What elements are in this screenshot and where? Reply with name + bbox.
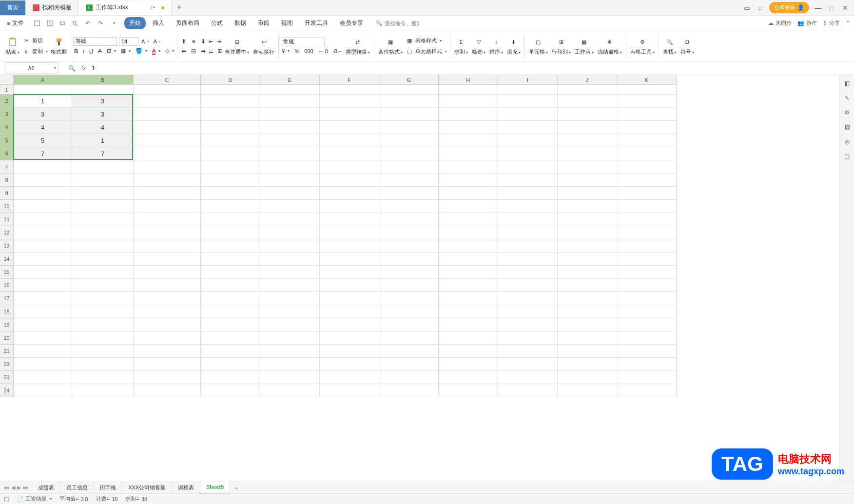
coop-button[interactable]: 👥协作: [797, 19, 817, 27]
cell-B7[interactable]: [72, 160, 134, 174]
cell-J9[interactable]: [558, 187, 617, 200]
paste-button[interactable]: 粘贴▾: [4, 36, 21, 57]
freeze-button[interactable]: ❄冻结窗格▾: [596, 36, 624, 57]
table-style-button[interactable]: ▦表格样式▾: [405, 36, 443, 46]
cell-E5[interactable]: [260, 134, 320, 147]
cell-D18[interactable]: [201, 305, 260, 318]
cell-A15[interactable]: [14, 266, 72, 279]
cell-F16[interactable]: [320, 279, 379, 292]
cell-I20[interactable]: [498, 331, 558, 345]
row-header-8[interactable]: 8: [0, 174, 13, 187]
sync-status[interactable]: ☁未同步: [768, 19, 792, 27]
cell-I14[interactable]: [498, 252, 558, 266]
cell-C19[interactable]: [134, 318, 201, 331]
cell-K19[interactable]: [617, 318, 677, 331]
redo-icon[interactable]: ↷: [96, 19, 105, 28]
copy-button[interactable]: ⎘复制▾: [21, 47, 49, 57]
cell-D23[interactable]: [201, 371, 260, 384]
col-header-K[interactable]: K: [617, 75, 677, 84]
cell-B4[interactable]: 4: [72, 121, 134, 134]
cell-C3[interactable]: [134, 108, 201, 121]
cell-F9[interactable]: [320, 187, 379, 200]
cell-E24[interactable]: [260, 384, 320, 397]
cell-H2[interactable]: [439, 95, 498, 108]
cell-A10[interactable]: [14, 200, 72, 213]
col-header-G[interactable]: G: [379, 75, 439, 84]
cell-button[interactable]: ▢单元格▾: [527, 36, 550, 57]
cell-B21[interactable]: [72, 345, 134, 358]
cell-B22[interactable]: [72, 358, 134, 371]
sheet-tab-2[interactable]: 田字格: [94, 482, 122, 493]
login-button[interactable]: 立即登录👤: [769, 2, 809, 13]
cell-H8[interactable]: [439, 174, 498, 187]
cell-B16[interactable]: [72, 279, 134, 292]
sheet-tab-3[interactable]: XXX公司销售额: [122, 482, 172, 493]
cell-grid[interactable]: 1333445177: [14, 85, 677, 397]
number-format-select[interactable]: [281, 38, 325, 46]
cell-F18[interactable]: [320, 305, 379, 318]
cell-B5[interactable]: 1: [72, 134, 134, 147]
cell-D12[interactable]: [201, 226, 260, 239]
cell-border-button[interactable]: ▦▾: [120, 47, 132, 56]
menu-data[interactable]: 数据: [230, 17, 251, 29]
cell-J6[interactable]: [558, 147, 617, 160]
cell-A18[interactable]: [14, 305, 72, 318]
cell-I16[interactable]: [498, 279, 558, 292]
clear-format-button[interactable]: ◇▾: [164, 47, 175, 56]
cell-G10[interactable]: [379, 200, 439, 213]
sum-button[interactable]: Σ求和▾: [452, 36, 470, 57]
panel-more-icon[interactable]: ▢: [843, 152, 852, 161]
formula-input[interactable]: [92, 65, 287, 72]
filter-button[interactable]: ▽筛选▾: [470, 36, 487, 57]
decrease-font-button[interactable]: A-: [153, 37, 161, 46]
cell-G4[interactable]: [379, 121, 439, 134]
row-header-14[interactable]: 14: [0, 252, 13, 266]
cell-J2[interactable]: [558, 95, 617, 108]
cell-C23[interactable]: [134, 371, 201, 384]
cell-C12[interactable]: [134, 226, 201, 239]
cell-I9[interactable]: [498, 187, 558, 200]
sheet-last-button[interactable]: ⏭: [23, 485, 28, 491]
menu-formula[interactable]: 公式: [206, 17, 228, 29]
cell-B10[interactable]: [72, 200, 134, 213]
table-tools-button[interactable]: ⚙表格工具▾: [628, 36, 657, 57]
cell-A2[interactable]: 1: [14, 95, 72, 108]
row-header-18[interactable]: 18: [0, 305, 13, 318]
cell-E8[interactable]: [260, 174, 320, 187]
cell-A8[interactable]: [14, 174, 72, 187]
status-mode[interactable]: ▢: [4, 496, 9, 502]
cell-I24[interactable]: [498, 384, 558, 397]
fx-icon[interactable]: fx: [81, 65, 86, 72]
cell-I23[interactable]: [498, 371, 558, 384]
cell-D10[interactable]: [201, 200, 260, 213]
underline-button[interactable]: U: [88, 47, 94, 56]
sheet-add-button[interactable]: +: [230, 483, 243, 493]
cell-D8[interactable]: [201, 174, 260, 187]
cell-G17[interactable]: [379, 292, 439, 305]
cut-button[interactable]: ✂剪切: [21, 36, 44, 46]
align-middle-button[interactable]: ≡: [189, 37, 198, 46]
cell-F17[interactable]: [320, 292, 379, 305]
sheet-tab-1[interactable]: 员工信息: [60, 482, 94, 493]
cell-F4[interactable]: [320, 121, 379, 134]
align-right-button[interactable]: ➡: [199, 47, 208, 56]
search-box[interactable]: 🔍: [376, 20, 419, 26]
col-header-B[interactable]: B: [72, 75, 134, 84]
cell-G19[interactable]: [379, 318, 439, 331]
cell-H19[interactable]: [439, 318, 498, 331]
cell-E20[interactable]: [260, 331, 320, 345]
cell-K6[interactable]: [617, 147, 677, 160]
cell-G20[interactable]: [379, 331, 439, 345]
tab-workbook[interactable]: S 工作簿3.xlsx ⟳: [79, 0, 172, 15]
cell-K24[interactable]: [617, 384, 677, 397]
cell-I3[interactable]: [498, 108, 558, 121]
cell-I22[interactable]: [498, 358, 558, 371]
cell-B20[interactable]: [72, 331, 134, 345]
percent-button[interactable]: %: [293, 47, 300, 55]
row-header-1[interactable]: 1: [0, 85, 13, 95]
cell-C21[interactable]: [134, 345, 201, 358]
cell-A12[interactable]: [14, 226, 72, 239]
sheet-tab-4[interactable]: 课程表: [172, 482, 200, 493]
cell-A1[interactable]: [14, 85, 72, 95]
cell-F12[interactable]: [320, 226, 379, 239]
